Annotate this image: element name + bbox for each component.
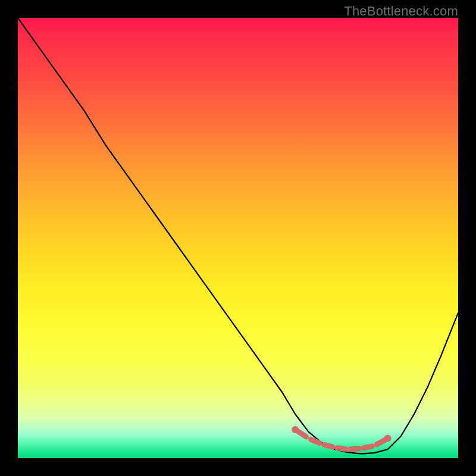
marker-segment — [350, 449, 359, 449]
plot-area — [18, 18, 458, 458]
marker-end-dot — [384, 435, 392, 442]
marker-segment — [377, 440, 385, 444]
watermark-text: TheBottleneck.com — [344, 4, 458, 19]
marker-segment — [337, 448, 346, 449]
marker-end-dot — [292, 426, 299, 433]
marker-segment — [298, 431, 306, 437]
chart-frame: TheBottleneck.com — [0, 0, 476, 476]
marker-segment — [324, 444, 333, 447]
chart-svg — [18, 18, 458, 458]
marker-segment — [311, 439, 319, 443]
bottleneck-curve-line — [18, 18, 458, 454]
marker-segment — [364, 446, 372, 448]
